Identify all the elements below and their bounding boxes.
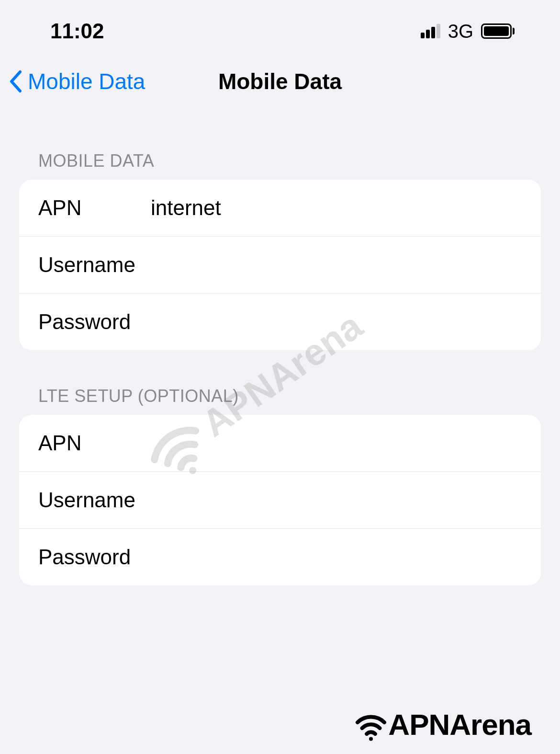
section-card-mobile-data: APN Username Password bbox=[19, 180, 541, 350]
field-label-password: Password bbox=[38, 310, 151, 334]
field-row-apn[interactable]: APN bbox=[19, 180, 541, 237]
field-row-lte-username[interactable]: Username bbox=[19, 472, 541, 529]
section-card-lte: APN Username Password bbox=[19, 415, 541, 585]
field-row-password[interactable]: Password bbox=[19, 294, 541, 350]
watermark-bottom: APNArena bbox=[352, 705, 531, 743]
apn-input[interactable] bbox=[151, 196, 522, 220]
watermark-text: APNArena bbox=[388, 708, 531, 742]
svg-point-1 bbox=[369, 737, 373, 741]
back-label: Mobile Data bbox=[28, 69, 145, 94]
field-label-lte-password: Password bbox=[38, 545, 151, 569]
field-row-lte-password[interactable]: Password bbox=[19, 529, 541, 585]
section-header-mobile-data: MOBILE DATA bbox=[0, 151, 560, 171]
username-input[interactable] bbox=[151, 253, 522, 277]
field-row-lte-apn[interactable]: APN bbox=[19, 415, 541, 472]
section-header-lte: LTE SETUP (OPTIONAL) bbox=[0, 386, 560, 406]
navigation-bar: Mobile Data Mobile Data bbox=[0, 57, 560, 105]
battery-icon bbox=[481, 23, 515, 39]
lte-username-input[interactable] bbox=[151, 488, 522, 512]
field-label-apn: APN bbox=[38, 196, 151, 220]
field-label-username: Username bbox=[38, 253, 151, 277]
status-time: 11:02 bbox=[50, 19, 104, 43]
field-label-lte-username: Username bbox=[38, 488, 151, 512]
field-row-username[interactable]: Username bbox=[19, 237, 541, 294]
wifi-icon bbox=[352, 705, 390, 743]
signal-icon bbox=[421, 24, 440, 38]
lte-password-input[interactable] bbox=[151, 545, 522, 569]
field-label-lte-apn: APN bbox=[38, 431, 151, 455]
lte-apn-input[interactable] bbox=[151, 431, 522, 455]
password-input[interactable] bbox=[151, 310, 522, 334]
status-indicators: 3G bbox=[421, 21, 515, 42]
back-button[interactable]: Mobile Data bbox=[9, 69, 145, 94]
chevron-back-icon bbox=[9, 70, 22, 93]
network-type: 3G bbox=[448, 21, 473, 42]
status-bar: 11:02 3G bbox=[0, 0, 560, 57]
